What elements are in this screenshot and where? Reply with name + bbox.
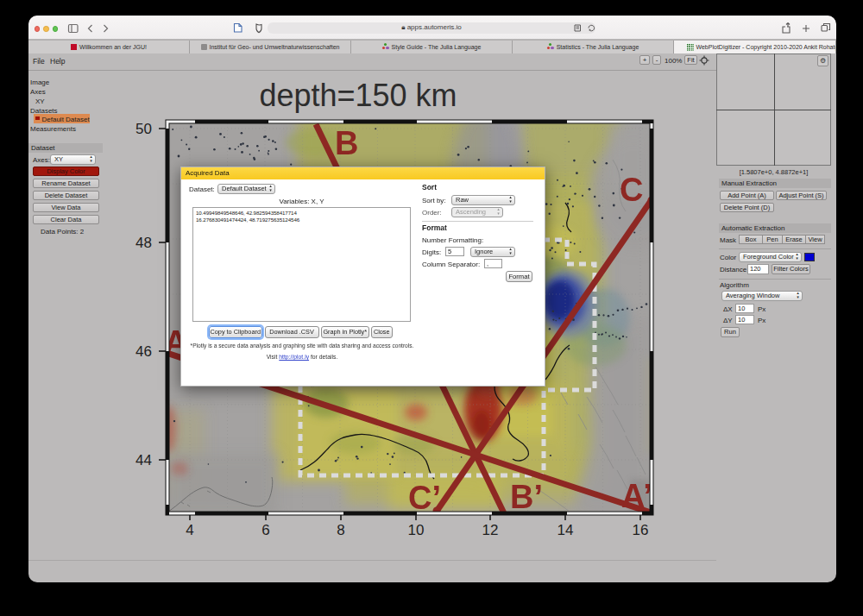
svg-text:8: 8 <box>337 522 344 538</box>
svg-text:6: 6 <box>261 522 269 538</box>
svg-text:48: 48 <box>135 235 152 251</box>
svg-text:C: C <box>620 172 643 208</box>
svg-text:16: 16 <box>633 522 649 538</box>
svg-text:A’: A’ <box>621 478 652 514</box>
svg-text:depth=150 km: depth=150 km <box>259 78 457 113</box>
svg-text:50: 50 <box>135 121 152 137</box>
svg-text:4: 4 <box>186 522 193 538</box>
svg-text:14: 14 <box>557 522 574 538</box>
svg-text:10: 10 <box>408 522 425 538</box>
svg-text:12: 12 <box>482 522 499 538</box>
svg-text:46: 46 <box>135 343 152 360</box>
svg-text:B: B <box>335 125 358 161</box>
svg-text:C’: C’ <box>408 480 441 516</box>
svg-text:44: 44 <box>135 452 152 468</box>
svg-text:B’: B’ <box>510 479 543 515</box>
